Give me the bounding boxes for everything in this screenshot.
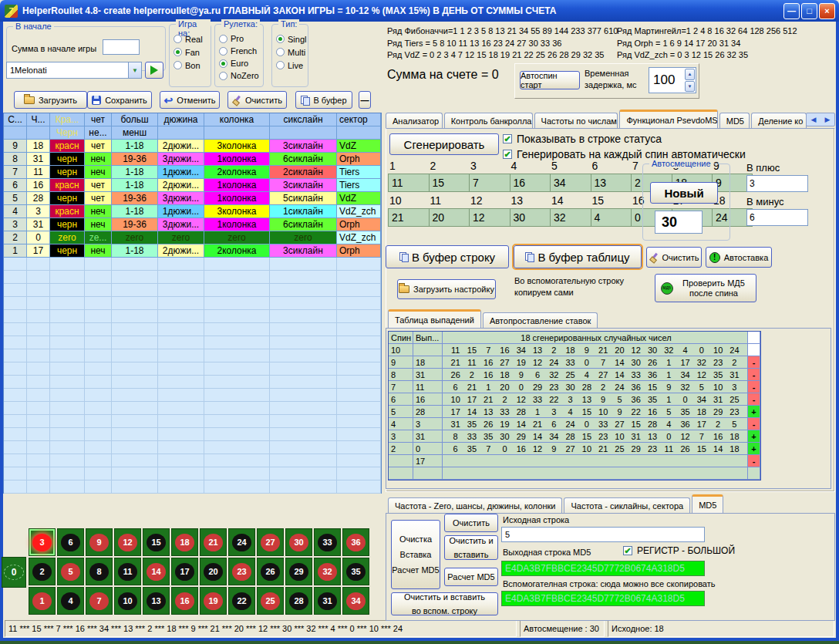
table-cell-empty[interactable] — [270, 349, 337, 362]
maximize-button[interactable]: □ — [801, 3, 817, 19]
table-cell-empty[interactable] — [27, 310, 50, 323]
spins-cell-spin[interactable]: 5 — [389, 406, 413, 418]
table-cell-empty[interactable] — [27, 323, 50, 336]
table-cell-empty[interactable] — [204, 323, 270, 336]
table-cell-empty[interactable] — [27, 441, 50, 454]
table-cell-empty[interactable] — [85, 258, 112, 271]
table-cell-empty[interactable] — [112, 297, 158, 310]
roulette-cell-11[interactable]: 11 — [114, 558, 141, 585]
table-cell-empty[interactable] — [85, 297, 112, 310]
table-cell[interactable]: zero — [204, 231, 270, 244]
spins-cell-numbers[interactable] — [443, 455, 748, 467]
gen-value-cell[interactable]: 15 — [429, 174, 470, 192]
table-cell[interactable]: неч — [85, 166, 112, 179]
roulette-cell-27[interactable]: 27 — [257, 528, 284, 556]
table-cell-empty[interactable] — [4, 284, 27, 297]
table-cell-empty[interactable] — [112, 480, 158, 494]
generate-button[interactable]: Сгенерировать — [389, 133, 499, 155]
table-cell-empty[interactable] — [4, 376, 27, 389]
roulette-cell-1[interactable]: 1 — [29, 587, 56, 615]
table-cell[interactable]: 7 — [4, 166, 27, 179]
table-cell-empty[interactable] — [204, 349, 270, 362]
roulette-cell-32[interactable]: 32 — [314, 558, 341, 585]
spins-cell-vyp[interactable]: 3 — [413, 418, 443, 430]
table-cell-empty[interactable] — [337, 454, 381, 467]
table-cell-empty[interactable] — [337, 376, 381, 389]
table-cell-empty[interactable] — [158, 376, 204, 389]
table-cell[interactable]: 5сиклайн — [270, 192, 337, 205]
table-cell-empty[interactable] — [337, 428, 381, 441]
tab-контроль-банкролла[interactable]: Контроль банкролла — [444, 113, 533, 129]
table-cell[interactable]: красн — [50, 179, 85, 192]
table-cell[interactable]: 19-36 — [112, 218, 158, 231]
table-cell-empty[interactable] — [27, 415, 50, 428]
table-cell[interactable]: 1колонка — [204, 218, 270, 231]
show-status-checkbox[interactable]: ✔ Показывать в строке статуса — [503, 133, 662, 145]
roulette-cell-23[interactable]: 23 — [228, 558, 255, 585]
table-cell-empty[interactable] — [4, 323, 27, 336]
new-shift-button[interactable]: Новый — [650, 182, 718, 204]
table-cell[interactable]: 1-18 — [112, 179, 158, 192]
table-cell-empty[interactable] — [27, 284, 50, 297]
spins-cell-result[interactable]: + — [748, 443, 760, 455]
roulette-cell-26[interactable]: 26 — [257, 558, 284, 585]
table-cell-empty[interactable] — [4, 480, 27, 494]
spins-cell-result[interactable]: - — [748, 418, 760, 430]
table-cell[interactable]: неч — [85, 218, 112, 231]
gen-value-cell[interactable]: 7 — [469, 174, 510, 192]
roulette-cell-20[interactable]: 20 — [200, 558, 227, 585]
table-cell-empty[interactable] — [270, 389, 337, 402]
table-cell-empty[interactable] — [270, 376, 337, 389]
table-cell-empty[interactable] — [158, 467, 204, 480]
table-cell-empty[interactable] — [204, 376, 270, 389]
table-cell-empty[interactable] — [204, 441, 270, 454]
table-cell-empty[interactable] — [85, 389, 112, 402]
spins-cell-result[interactable] — [748, 344, 760, 356]
table-cell[interactable]: VdZ_zch — [337, 205, 381, 218]
roulette-cell-3[interactable]: 3 — [29, 528, 56, 556]
spins-cell-numbers[interactable]: 1714133328134151092216535182923 — [443, 406, 748, 418]
table-cell-empty[interactable] — [50, 454, 85, 467]
radio-option-multi[interactable]: Multi — [276, 46, 306, 59]
table-cell-empty[interactable] — [4, 454, 27, 467]
table-cell[interactable]: черн — [50, 153, 85, 166]
table-cell-empty[interactable] — [204, 454, 270, 467]
table-cell[interactable]: 3сиклайн — [270, 179, 337, 192]
table-cell-empty[interactable] — [204, 297, 270, 310]
table-cell-empty[interactable] — [337, 271, 381, 284]
table-cell[interactable]: неч — [85, 205, 112, 218]
table-cell-empty[interactable] — [112, 310, 158, 323]
spins-cell-result[interactable]: + — [748, 430, 760, 443]
clear-generator-button[interactable]: Очистить — [646, 247, 702, 268]
table-cell-empty[interactable] — [158, 402, 204, 415]
roulette-cell-21[interactable]: 21 — [200, 528, 227, 556]
table-cell[interactable]: 1-18 — [112, 140, 158, 153]
tab-деление-ко[interactable]: Деление ко — [751, 113, 807, 129]
roulette-cell-6[interactable]: 6 — [57, 528, 84, 556]
table-cell-empty[interactable] — [27, 297, 50, 310]
table-cell-empty[interactable] — [204, 402, 270, 415]
table-cell-empty[interactable] — [337, 258, 381, 271]
roulette-cell-30[interactable]: 30 — [285, 528, 312, 556]
table-cell-empty[interactable] — [4, 415, 27, 428]
table-cell[interactable]: Orph — [337, 153, 381, 166]
roulette-cell-35[interactable]: 35 — [342, 558, 369, 585]
table-cell[interactable]: zero — [270, 231, 337, 244]
table-cell[interactable]: Orph — [337, 244, 381, 258]
radio-option-real[interactable]: Real — [174, 32, 209, 46]
radio-option-live[interactable]: Live — [276, 59, 306, 72]
clear-button[interactable]: Очистить — [227, 91, 287, 109]
table-cell-empty[interactable] — [204, 428, 270, 441]
roulette-cell-12[interactable]: 12 — [114, 528, 141, 556]
roulette-cell-34[interactable]: 34 — [342, 587, 369, 615]
spins-cell-result[interactable]: + — [748, 406, 760, 418]
table-cell-empty[interactable] — [270, 480, 337, 494]
table-cell-empty[interactable] — [158, 454, 204, 467]
roulette-cell-9[interactable]: 9 — [86, 528, 113, 556]
table-cell[interactable]: красн — [50, 205, 85, 218]
table-cell-empty[interactable] — [27, 428, 50, 441]
undo-button[interactable]: ↩Отменить — [160, 91, 220, 109]
table-cell-empty[interactable] — [337, 441, 381, 454]
table-cell-empty[interactable] — [158, 310, 204, 323]
table-cell[interactable]: 2колонка — [204, 244, 270, 258]
